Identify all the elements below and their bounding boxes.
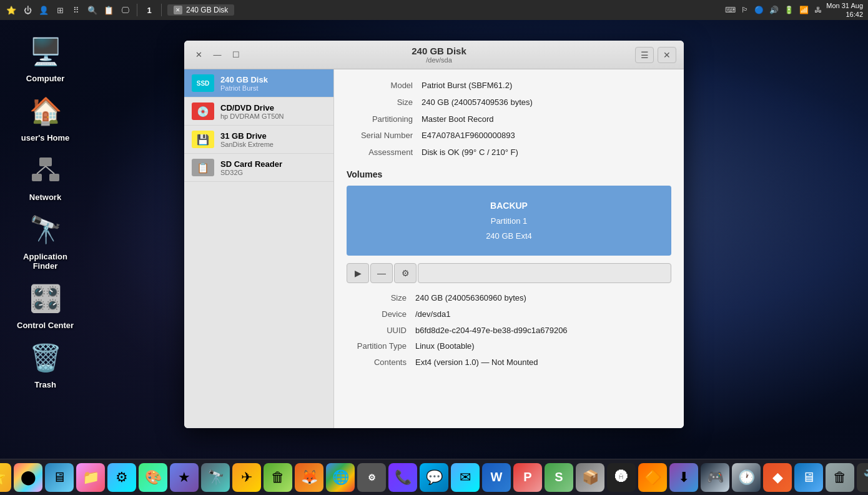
window-close2-button[interactable]: ✕ bbox=[658, 47, 676, 63]
size-label: Size bbox=[347, 96, 422, 109]
drive31-name: 31 GB Drive bbox=[220, 131, 274, 141]
window-minimize-button[interactable]: — bbox=[210, 48, 224, 62]
volume-gear-button[interactable]: ⚙ bbox=[394, 263, 417, 283]
dock-icon-wps-s[interactable]: S bbox=[545, 463, 573, 492]
dock-icon-anote[interactable]: 🅐 bbox=[607, 463, 636, 492]
svg-rect-0 bbox=[39, 158, 52, 166]
appfinder-icon: 🔭 bbox=[26, 209, 66, 249]
dock-icon-skype[interactable]: 💬 bbox=[420, 463, 448, 492]
dock-icon-logopro[interactable]: ⚙ bbox=[357, 463, 386, 492]
vol-device-value: /dev/sda1 bbox=[415, 308, 671, 321]
desktop-icon-home[interactable]: 🏠 user's Home bbox=[8, 91, 83, 142]
vol-uuid-label: UUID bbox=[347, 324, 415, 338]
dock-icon-git[interactable]: ◆ bbox=[763, 463, 792, 492]
dock-icon-plane[interactable]: ✈ bbox=[232, 463, 261, 492]
cd-text: CD/DVD Drive hp DVDRAM GT50N bbox=[220, 103, 284, 120]
dock-icon-time[interactable]: 🕐 bbox=[732, 463, 761, 492]
dock-icon-xfce[interactable]: 🔧 bbox=[857, 463, 868, 492]
disk-info-grid: Model Patriot Burst (SBFM61.2) Size 240 … bbox=[347, 79, 671, 159]
volume-partition-bar[interactable]: BACKUP Partition 1 240 GB Ext4 bbox=[347, 186, 671, 256]
tray-signal[interactable]: 📶 bbox=[798, 6, 810, 14]
control-icon: 🎛️ bbox=[26, 278, 66, 318]
desktop-icon-network[interactable]: Network bbox=[8, 150, 83, 202]
cd-name: CD/DVD Drive bbox=[220, 103, 284, 112]
tray-bluetooth[interactable]: 🔵 bbox=[753, 6, 765, 14]
datetime-display: Mon 31 Aug 16:42 bbox=[826, 1, 863, 19]
vol-size-label: Size bbox=[347, 292, 415, 305]
taskbar-grid-icon[interactable]: ⊞ bbox=[54, 4, 66, 16]
dock-icon-trashgreen[interactable]: 🗑 bbox=[264, 463, 292, 492]
tray-flag[interactable]: 🏳 bbox=[740, 6, 750, 14]
size-value: 240 GB (240057409536 bytes) bbox=[422, 96, 671, 109]
sidebar-item-ssd[interactable]: SSD 240 GB Disk Patriot Burst bbox=[184, 69, 333, 98]
taskbar-right: ⌨ 🏳 🔵 🔊 🔋 📶 🖧 Mon 31 Aug 16:42 bbox=[724, 1, 868, 19]
dock-icon-binoculars[interactable]: 🔭 bbox=[201, 463, 230, 492]
taskbar-window-title-item[interactable]: ✕ 240 GB Disk bbox=[167, 4, 234, 16]
sidebar-item-cd[interactable]: 💿 CD/DVD Drive hp DVDRAM GT50N bbox=[184, 98, 333, 126]
tray-network[interactable]: 🖧 bbox=[813, 6, 823, 14]
window-close-button[interactable]: ✕ bbox=[192, 48, 205, 62]
vol-parttype-value: Linux (Bootable) bbox=[415, 340, 671, 353]
desktop-icon-appfinder[interactable]: 🔭 Application Finder bbox=[8, 209, 83, 271]
dock-icon-torrent[interactable]: ⬇ bbox=[669, 463, 698, 492]
ssd-sub: Patriot Burst bbox=[220, 84, 268, 92]
sidebar-item-31gb[interactable]: 💾 31 GB Drive SanDisk Extreme bbox=[184, 126, 333, 154]
disk-sidebar: SSD 240 GB Disk Patriot Burst 💿 CD/DVD D… bbox=[184, 69, 334, 428]
dock-icon-chrome[interactable]: 🌐 bbox=[326, 463, 355, 492]
taskbar-star-icon[interactable]: ⭐ bbox=[5, 4, 17, 16]
dock-icon-wps-p[interactable]: P bbox=[513, 463, 542, 492]
tray-volume[interactable]: 🔊 bbox=[768, 6, 780, 14]
window-title-area: 240 GB Disk /dev/sda bbox=[243, 46, 635, 64]
desktop-icon-control[interactable]: 🎛️ Control Center bbox=[8, 278, 83, 330]
dock-icon-star2[interactable]: ★ bbox=[170, 463, 199, 492]
disk-content: Model Patriot Burst (SBFM61.2) Size 240 … bbox=[334, 69, 684, 428]
taskbar-search-icon[interactable]: 🔍 bbox=[86, 4, 99, 16]
vol-contents-value: Ext4 (version 1.0) — Not Mounted bbox=[415, 356, 671, 369]
desktop-icon-trash[interactable]: 🗑️ Trash bbox=[8, 338, 83, 389]
serial-label: Serial Number bbox=[347, 129, 422, 142]
taskbar-workspace-num[interactable]: 1 bbox=[143, 4, 155, 16]
dock-icon-files[interactable]: 📁 bbox=[76, 463, 105, 492]
dock-icon-teamviewer[interactable]: 🖥 bbox=[794, 463, 823, 492]
taskbar-bottom: ⭐ ⬤ 🖥 📁 ⚙ 🎨 ★ 🔭 ✈ 🗑 🦊 🌐 ⚙ 📞 💬 ✉ W P S 📦 … bbox=[0, 459, 868, 495]
dock-icon-finder[interactable]: 🖥 bbox=[45, 463, 74, 492]
dock-icon-mgr[interactable]: 📦 bbox=[576, 463, 604, 492]
cd-sub: hp DVDRAM GT50N bbox=[220, 112, 284, 120]
dock-icon-mail[interactable]: ✉ bbox=[451, 463, 480, 492]
taskbar-apps-icon[interactable]: ⠿ bbox=[70, 4, 82, 16]
dock-icon-steam[interactable]: 🎮 bbox=[701, 463, 729, 492]
volume-minus-button[interactable]: — bbox=[370, 263, 393, 283]
taskbar-clip-icon[interactable]: 📋 bbox=[102, 4, 115, 16]
dock-icon-viber[interactable]: 📞 bbox=[388, 463, 417, 492]
dock-icon-firefox[interactable]: 🦊 bbox=[295, 463, 323, 492]
dock-icon-toggle[interactable]: ⚙ bbox=[107, 463, 136, 492]
vol-size-value: 240 GB (240056360960 bytes) bbox=[415, 292, 671, 305]
cd-icon: 💿 bbox=[192, 102, 214, 120]
taskbar-window-x[interactable]: ✕ bbox=[174, 6, 182, 14]
window-maximize-button[interactable]: ☐ bbox=[229, 48, 243, 62]
volume-play-button[interactable]: ▶ bbox=[347, 263, 369, 283]
vol-contents-label: Contents bbox=[347, 356, 415, 369]
sidebar-item-sdcard[interactable]: 📋 SD Card Reader SD32G bbox=[184, 154, 333, 182]
assessment-label: Assessment bbox=[347, 146, 422, 159]
sdcard-icon: 📋 bbox=[192, 159, 214, 176]
dock-icon-circles[interactable]: ⬤ bbox=[14, 463, 42, 492]
dock-icon-trashcan[interactable]: 🗑 bbox=[826, 463, 854, 492]
taskbar-user-icon[interactable]: 👤 bbox=[37, 4, 50, 16]
home-icon: 🏠 bbox=[26, 91, 66, 131]
svg-rect-1 bbox=[32, 174, 42, 181]
home-label: user's Home bbox=[21, 133, 70, 142]
taskbar-screen-icon[interactable]: 🖵 bbox=[119, 4, 131, 16]
taskbar-power-icon[interactable]: ⏻ bbox=[21, 4, 34, 16]
tray-power[interactable]: 🔋 bbox=[783, 6, 795, 14]
svg-line-3 bbox=[37, 166, 46, 174]
desktop-icon-computer[interactable]: 🖥️ Computer bbox=[8, 31, 83, 83]
dock-icon-word[interactable]: W bbox=[482, 463, 511, 492]
tray-keyboard[interactable]: ⌨ bbox=[724, 6, 737, 14]
dock-icon-vlc[interactable]: 🔶 bbox=[638, 463, 667, 492]
ssd-text: 240 GB Disk Patriot Burst bbox=[220, 75, 268, 92]
dock-icon-star[interactable]: ⭐ bbox=[0, 463, 11, 492]
window-menu-button[interactable]: ☰ bbox=[635, 47, 654, 63]
drive31-icon: 💾 bbox=[192, 131, 214, 148]
dock-icon-paint[interactable]: 🎨 bbox=[139, 463, 167, 492]
